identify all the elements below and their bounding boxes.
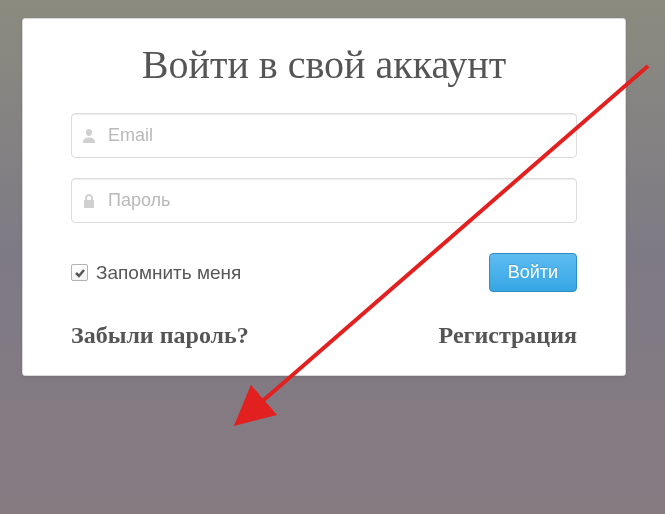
remember-left: Запомнить меня [71, 262, 241, 284]
register-link[interactable]: Регистрация [439, 322, 577, 349]
remember-checkbox[interactable] [71, 264, 88, 281]
login-card: Войти в свой аккаунт Запомнить меня Войт… [22, 18, 626, 376]
remember-row: Запомнить меня Войти [71, 253, 577, 292]
email-input[interactable] [71, 113, 577, 158]
bottom-row: Забыли пароль? Регистрация [71, 322, 577, 349]
remember-label: Запомнить меня [96, 262, 241, 284]
forgot-password-link[interactable]: Забыли пароль? [71, 322, 249, 349]
login-button[interactable]: Войти [489, 253, 577, 292]
page-title: Войти в свой аккаунт [71, 41, 577, 88]
email-field-wrap [71, 113, 577, 158]
password-input[interactable] [71, 178, 577, 223]
password-field-wrap [71, 178, 577, 223]
check-icon [74, 267, 86, 279]
